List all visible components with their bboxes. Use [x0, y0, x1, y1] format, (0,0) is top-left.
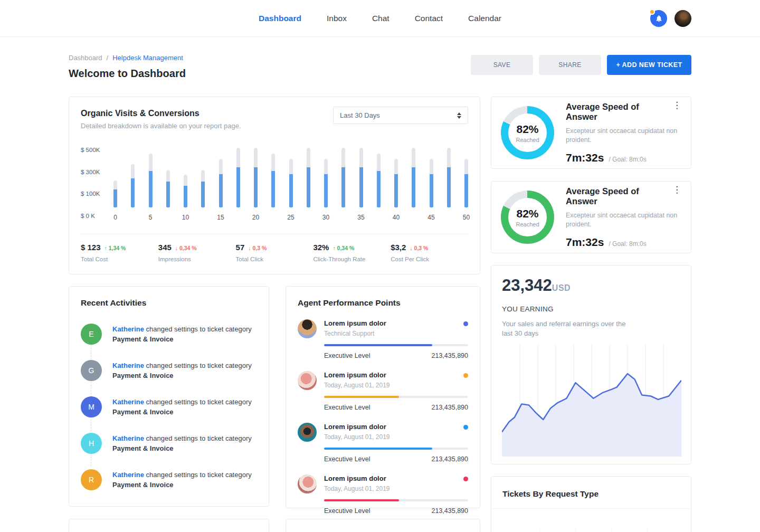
user-avatar[interactable] — [674, 10, 691, 27]
donut-chart-green: 82% Reached — [501, 191, 554, 244]
donut-percent: 82% — [516, 123, 538, 136]
activity-item: EKatherine changed settings to ticket ca… — [81, 324, 257, 345]
kebab-menu-icon[interactable]: ⋮ — [672, 101, 681, 110]
bottom-middle-card-partial — [286, 519, 480, 532]
activity-list: EKatherine changed settings to ticket ca… — [81, 324, 257, 490]
y-tick-label: $ 0 K — [81, 213, 95, 219]
agent-level-label: Executive Level — [324, 507, 370, 515]
top-navigation-bar: DashboardInboxChatContactCalendar — [0, 0, 760, 37]
y-tick-label: $ 300K — [81, 169, 100, 175]
activity-user-link[interactable]: Katherine — [112, 398, 144, 406]
speed-card-desc: Excepteur sint occaecat cupidatat non pr… — [566, 127, 681, 145]
x-tick-label: 10 — [182, 214, 189, 221]
bar — [166, 147, 170, 207]
x-tick-label: 35 — [357, 214, 364, 221]
y-tick-label: $ 500K — [81, 147, 100, 153]
agent-avatar — [298, 423, 317, 442]
activity-user-link[interactable]: Katherine — [112, 434, 144, 442]
bar — [149, 147, 153, 207]
bar — [201, 147, 205, 207]
donut-percent: 82% — [516, 207, 538, 220]
activity-user-link[interactable]: Katherine — [112, 362, 144, 369]
notifications-button[interactable] — [650, 10, 667, 27]
stat-delta: ↑ 0,34 % — [332, 245, 354, 251]
bar — [184, 147, 187, 207]
add-new-ticket-button[interactable]: + ADD NEW TICKET — [607, 55, 691, 75]
agent-row: Lorem ipsum dolorToday, August 01, 2019E… — [298, 371, 468, 411]
agent-points: 213,435,890 — [431, 352, 468, 359]
page-title: Welcome to Dashboard — [69, 68, 186, 80]
stat-label: Click-Through Rate — [313, 256, 391, 262]
agent-points: 213,435,890 — [431, 507, 468, 515]
activity-text: Katherine changed settings to ticket cat… — [112, 433, 252, 453]
speed-time-value: 7m:32s — [566, 236, 604, 249]
organic-bar-chart: $ 500K$ 300K$ 100K$ 0 K 0510152025303540… — [81, 147, 468, 221]
status-dot-icon — [463, 477, 468, 481]
x-tick-label: 30 — [322, 214, 329, 221]
activity-avatar: G — [81, 360, 102, 381]
agent-subtitle: Today, August 01, 2019 — [324, 433, 463, 441]
y-tick-label: $ 100K — [81, 191, 100, 197]
nav-item-contact[interactable]: Contact — [415, 14, 443, 23]
speed-time-value: 7m:32s — [566, 151, 604, 164]
tickets-chart-partial — [502, 509, 680, 532]
activity-text: Katherine changed settings to ticket cat… — [112, 397, 252, 417]
activity-avatar: H — [81, 433, 102, 454]
nav-item-dashboard[interactable]: Dashboard — [259, 14, 301, 23]
agent-performance-card: Agent Performance Points Lorem ipsum dol… — [286, 286, 480, 508]
bar — [236, 147, 240, 207]
breadcrumb-helpdesk[interactable]: Helpdesk Management — [112, 54, 183, 62]
bar — [447, 147, 451, 207]
nav-item-chat[interactable]: Chat — [372, 14, 390, 23]
speed-goal-value: / Goal: 8m:0s — [609, 240, 646, 248]
breadcrumb-dashboard[interactable]: Dashboard — [69, 54, 102, 62]
x-tick-label: 15 — [217, 214, 224, 221]
bar — [464, 147, 468, 207]
x-tick-label: 45 — [428, 214, 434, 221]
organic-visits-card: Organic Visits & Conversions Detailed br… — [69, 97, 480, 274]
nav-item-inbox[interactable]: Inbox — [327, 14, 347, 23]
activity-item: MKatherine changed settings to ticket ca… — [81, 396, 257, 417]
donut-caption: Reached — [516, 137, 539, 143]
activity-avatar: E — [81, 324, 102, 345]
agent-level-label: Executive Level — [324, 404, 370, 411]
agent-name: Lorem ipsum dolor — [324, 319, 463, 327]
donut-chart-cyan: 82% Reached — [501, 106, 554, 159]
agent-name: Lorem ipsum dolor — [324, 371, 463, 379]
share-button[interactable]: SHARE — [539, 55, 601, 75]
x-tick-label: 20 — [252, 214, 259, 221]
bottom-left-card-partial — [69, 519, 269, 532]
agent-row: Lorem ipsum dolorToday, August 01, 2019E… — [298, 474, 468, 515]
activity-avatar: M — [81, 396, 102, 417]
stat-label: Total Cost — [81, 256, 158, 262]
bar — [430, 147, 433, 207]
kpi-stat: 57↓ 0,3 %Total Click — [236, 243, 314, 262]
bar — [359, 147, 363, 207]
activity-user-link[interactable]: Katherine — [112, 325, 144, 333]
status-dot-icon — [463, 373, 468, 378]
x-tick-label: 0 — [113, 214, 117, 221]
agent-progress-bar — [324, 344, 468, 346]
agent-level-label: Executive Level — [324, 455, 370, 463]
x-tick-label: 5 — [149, 214, 153, 221]
agent-name: Lorem ipsum dolor — [324, 423, 463, 431]
activity-user-link[interactable]: Katherine — [112, 471, 144, 479]
date-range-select[interactable]: Last 30 Days — [333, 107, 468, 124]
updown-arrows-icon — [457, 112, 461, 119]
nav-item-calendar[interactable]: Calendar — [468, 14, 501, 23]
save-button[interactable]: SAVE — [471, 55, 533, 75]
x-tick-label: 25 — [287, 214, 294, 221]
kebab-menu-icon[interactable]: ⋮ — [672, 185, 681, 194]
bar — [394, 147, 398, 207]
earnings-label: YOU EARNING — [502, 305, 680, 313]
agent-row: Lorem ipsum dolorToday, August 01, 2019E… — [298, 423, 468, 463]
agent-progress-bar — [324, 448, 468, 450]
speed-card-desc: Excepteur sint occaecat cupidatat non pr… — [566, 211, 681, 229]
stat-value: $ 123 — [81, 243, 101, 252]
x-tick-label: 50 — [463, 214, 470, 221]
bar — [412, 147, 415, 207]
speed-card-title: Average Speed of Answer — [566, 102, 681, 122]
status-dot-icon — [463, 321, 468, 326]
agent-points: 213,435,890 — [431, 455, 468, 463]
bar — [254, 147, 258, 207]
